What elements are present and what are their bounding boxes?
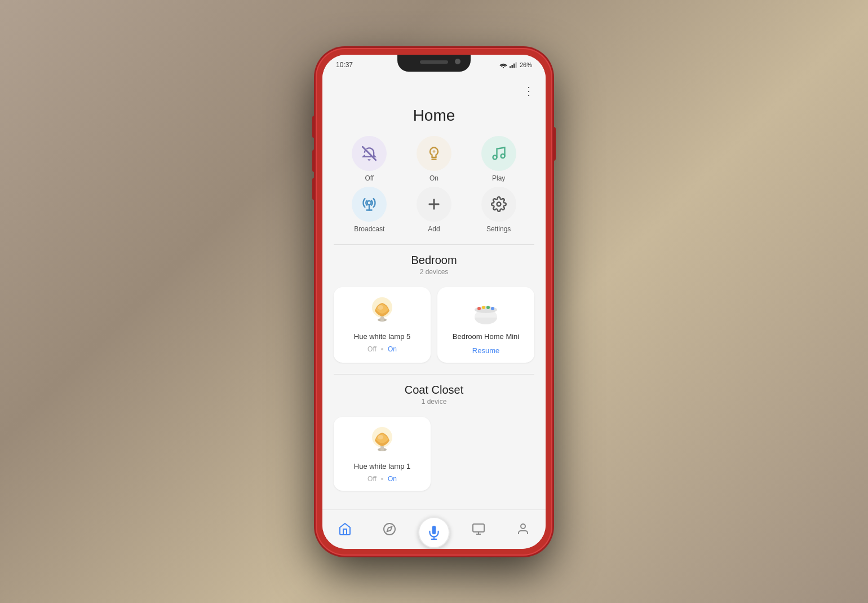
home-mini-controls: Resume <box>472 345 499 355</box>
action-add[interactable]: Add <box>404 187 464 233</box>
quick-actions-grid: Off On <box>322 136 546 242</box>
bottom-nav <box>322 509 546 549</box>
screen-content[interactable]: ⋮ Home Off <box>322 75 546 509</box>
home-mini-resume[interactable]: Resume <box>472 346 499 355</box>
svg-point-23 <box>491 307 494 310</box>
device-bedroom-home-mini[interactable]: Bedroom Home Mini Resume <box>437 287 534 363</box>
gear-icon <box>491 196 507 212</box>
home-nav-icon <box>338 522 352 536</box>
lamp-1-off-toggle[interactable]: Off <box>367 475 377 483</box>
status-icons: 26% <box>499 61 532 68</box>
section-bedroom-subtitle: 2 devices <box>334 268 534 276</box>
notch-camera <box>455 59 460 64</box>
mic-fab-button[interactable] <box>418 517 450 548</box>
action-add-label: Add <box>428 225 440 233</box>
notch <box>397 55 471 72</box>
svg-rect-16 <box>380 316 384 321</box>
action-add-circle <box>417 187 451 222</box>
lamp-5-on-toggle[interactable]: On <box>388 345 397 353</box>
action-on-circle <box>417 136 451 171</box>
home-mini-svg <box>469 296 503 327</box>
toggle-dot <box>381 348 383 350</box>
home-mini-icon <box>469 295 503 329</box>
cast-nav-icon <box>472 522 485 536</box>
nav-home[interactable] <box>322 522 367 536</box>
music-icon <box>491 146 507 161</box>
svg-point-20 <box>477 307 481 310</box>
action-broadcast[interactable]: Broadcast <box>339 187 400 233</box>
svg-rect-3 <box>513 63 515 68</box>
bulb-on-icon <box>426 146 442 161</box>
status-bar: 10:37 26% <box>322 55 546 75</box>
page-title: Home <box>322 102 546 136</box>
battery-text: 26% <box>520 61 532 68</box>
wifi-icon <box>499 61 507 68</box>
svg-rect-1 <box>510 66 511 68</box>
status-time: 10:37 <box>336 61 353 69</box>
phone-device: 10:37 26% <box>316 48 552 556</box>
action-on-label: On <box>429 174 439 182</box>
home-mini-name: Bedroom Home Mini <box>453 332 520 341</box>
coat-closet-devices-grid: Hue white lamp 1 Off On <box>322 408 546 500</box>
hue-lamp-1-name: Hue white lamp 1 <box>354 462 410 470</box>
svg-point-21 <box>482 306 485 309</box>
svg-point-7 <box>501 154 504 158</box>
section-coat-closet-subtitle: 1 device <box>334 398 534 406</box>
more-menu-button[interactable]: ⋮ <box>523 84 534 98</box>
action-broadcast-label: Broadcast <box>354 225 384 233</box>
lamp-5-off-toggle[interactable]: Off <box>367 345 377 353</box>
svg-point-6 <box>493 155 497 159</box>
svg-point-22 <box>486 306 490 309</box>
svg-point-35 <box>521 524 525 529</box>
section-coat-closet: Coat Closet 1 device <box>322 384 546 408</box>
lamp-icon-2 <box>367 425 398 459</box>
divider-2 <box>334 374 534 375</box>
mic-icon <box>427 525 441 540</box>
action-play-circle <box>481 136 516 171</box>
action-settings-label: Settings <box>486 225 511 233</box>
action-off-circle <box>352 136 387 171</box>
hue-lamp-1-icon <box>365 425 399 459</box>
action-off[interactable]: Off <box>339 136 400 182</box>
notch-speaker <box>420 60 448 64</box>
toggle-dot-2 <box>381 478 383 480</box>
svg-point-5 <box>433 150 436 153</box>
lamp-1-on-toggle[interactable]: On <box>388 475 397 483</box>
signal-icon <box>510 61 517 68</box>
nav-cast[interactable] <box>457 522 501 536</box>
compass-nav-icon <box>383 522 396 536</box>
hue-lamp-5-controls: Off On <box>367 345 397 353</box>
section-coat-closet-title: Coat Closet <box>334 384 534 397</box>
plus-icon <box>426 196 442 212</box>
action-on[interactable]: On <box>404 136 464 182</box>
action-play[interactable]: Play <box>468 136 529 182</box>
broadcast-icon <box>361 196 377 212</box>
svg-point-27 <box>378 435 383 439</box>
action-off-label: Off <box>365 174 374 182</box>
svg-rect-32 <box>473 524 484 532</box>
action-settings[interactable]: Settings <box>468 187 529 233</box>
action-play-label: Play <box>492 174 505 182</box>
section-bedroom: Bedroom 2 devices <box>322 254 546 278</box>
svg-rect-2 <box>511 65 512 68</box>
section-bedroom-title: Bedroom <box>334 254 534 267</box>
svg-point-17 <box>378 305 383 310</box>
hue-lamp-5-name: Hue white lamp 5 <box>354 332 410 341</box>
svg-rect-4 <box>515 62 516 68</box>
person-nav-icon <box>516 522 530 536</box>
svg-marker-29 <box>387 527 392 531</box>
bedroom-devices-grid: Hue white lamp 5 Off On <box>322 278 546 372</box>
action-broadcast-circle <box>352 187 387 222</box>
app-header: ⋮ <box>322 75 546 102</box>
nav-discover[interactable] <box>367 522 411 536</box>
phone-screen: 10:37 26% <box>322 55 546 549</box>
svg-point-28 <box>384 523 395 535</box>
device-hue-lamp-5[interactable]: Hue white lamp 5 Off On <box>334 287 431 363</box>
svg-point-0 <box>503 67 504 68</box>
nav-account[interactable] <box>501 522 546 536</box>
divider-1 <box>334 244 534 245</box>
svg-point-13 <box>497 202 501 206</box>
svg-rect-26 <box>380 446 384 451</box>
device-hue-lamp-1[interactable]: Hue white lamp 1 Off On <box>334 417 431 491</box>
action-settings-circle <box>481 187 516 222</box>
